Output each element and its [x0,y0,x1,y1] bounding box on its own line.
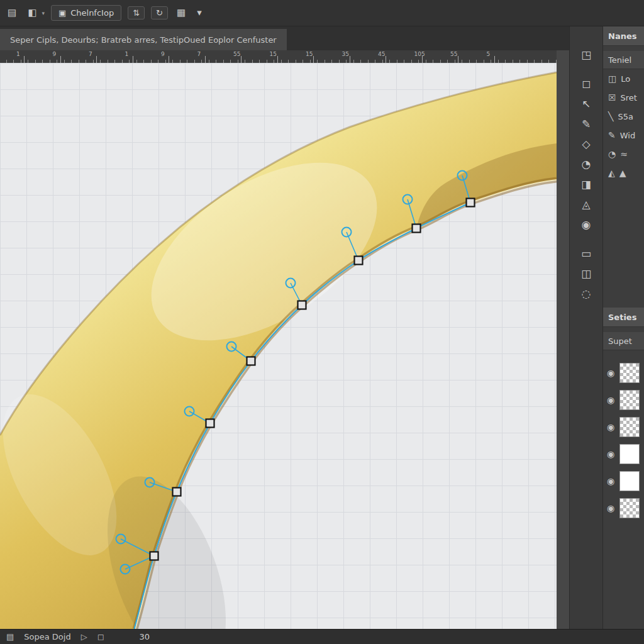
anchor-point[interactable] [467,199,475,207]
dock-crop-button[interactable]: ▭ [574,244,599,262]
layer-row[interactable]: ◉ [603,413,644,440]
stop-icon[interactable]: ◻ [97,633,104,641]
layer-thumbnail[interactable] [619,471,640,491]
ruler-major-tick [96,56,97,63]
panel-toggle-icon[interactable]: ◧ [25,6,39,19]
ruler-label: 15 [306,51,313,57]
menubar: ▤ ◧ ▾ ▣ ChelnfcIop ⇅ ↻ ▦ ▾ [0,0,644,26]
dock-lasso-button[interactable]: ↖ [574,94,599,113]
chevron-down-icon[interactable]: ▾ [42,10,45,16]
anchor-point[interactable] [355,257,363,265]
panel-item-sret[interactable]: ☒Sret [603,88,644,107]
anchor-point[interactable] [150,552,158,560]
document-icon: ▣ [58,8,66,18]
dock-move-button[interactable]: ◳ [574,45,599,64]
panel-item-s5a[interactable]: ╲S5a [603,107,644,126]
visibility-eye-icon[interactable]: ◉ [607,395,614,405]
dock-eraser-button[interactable]: ◉ [574,215,599,233]
statusbar: ▤ Sopea Dojd ▷ ◻ 30 [0,629,644,644]
panel-item-icons-4[interactable]: ◔≈ [603,145,644,164]
document-tab-title: Seper Cipls, Deourbs; Bratreb arres, Tes… [10,35,277,45]
document-mode-button[interactable]: ▣ ChelnfcIop [51,5,121,21]
panel-header-teniel[interactable]: Teniel [603,51,644,69]
ring-artwork [0,63,557,629]
ruler-label: 105 [414,51,425,57]
ruler-label: 7 [197,51,201,57]
play-icon[interactable]: ▷ [81,633,87,641]
layer-row[interactable]: ◉ [603,467,644,494]
dock-marquee-button[interactable]: ◻ [574,74,599,92]
document-tab[interactable]: Seper Cipls, Deourbs; Bratreb arres, Tes… [0,29,287,50]
layers-header-label: Seties [608,313,636,322]
panel-header-names[interactable]: Nanes [603,26,644,46]
ruler-label: 1 [125,51,129,57]
panel-item-label: Lo [621,74,630,84]
panel-item-icons-5[interactable]: ◭▲ [603,164,644,182]
visibility-eye-icon[interactable]: ◉ [607,476,614,486]
layer-row[interactable]: ◉ [603,386,644,413]
layers-list: ◉◉◉◉◉◉ [603,359,644,521]
layer-thumbnail[interactable] [619,390,640,410]
layer-row[interactable]: ◉ [603,494,644,521]
dock-pen-button[interactable]: ✎ [574,114,599,133]
swap-orientation-button[interactable]: ⇅ [128,6,145,19]
dock-brush-button[interactable]: ◨ [574,175,599,193]
grid-toggle-icon[interactable]: ▦ [174,6,188,19]
panel-item-icon: ☒ [608,92,616,103]
visibility-eye-icon[interactable]: ◉ [607,449,614,459]
anchor-point[interactable] [247,357,255,365]
panel-item-icon: ◭ [608,168,615,178]
visibility-eye-icon[interactable]: ◉ [607,503,614,513]
visibility-eye-icon[interactable]: ◉ [607,368,614,378]
ruler-label: 55 [450,51,457,57]
dock-stamp-button[interactable]: ◬ [574,195,599,213]
panel-item-label: S5a [618,112,633,121]
canvas-gutter [557,50,569,629]
anchor-point[interactable] [173,488,181,496]
ruler-major-tick [133,56,133,63]
layer-row[interactable]: ◉ [603,440,644,467]
dock-shape-button[interactable]: ◇ [574,135,599,153]
rotate-view-button[interactable]: ↻ [151,6,168,19]
visibility-eye-icon[interactable]: ◉ [607,422,614,432]
panel-item-icon: ╲ [608,111,613,121]
layers-panel-subheader[interactable]: Supet [603,332,644,350]
layer-thumbnail[interactable] [619,498,640,518]
dock-layers-button[interactable]: ◫ [574,264,599,282]
dock-eyedropper-icon: ◔ [582,158,591,170]
layer-row[interactable]: ◉ [603,359,644,386]
ruler-major-tick [458,56,458,63]
panel-header-label: Nanes [608,31,636,41]
anchor-point[interactable] [298,301,306,309]
ruler-major-tick [24,56,25,63]
ruler-major-tick [241,56,242,63]
ruler-label: 35 [342,51,349,57]
panel-items: ◫Lo☒Sret╲S5a✎Wid◔≈◭▲ [603,69,644,182]
dock-brush-icon: ◨ [581,178,591,191]
panel-item-label: Sret [621,93,637,103]
dock-pen-icon: ✎ [582,118,591,130]
ruler-major-tick [60,56,61,63]
canvas[interactable] [0,63,557,629]
panel-spacer [603,182,644,308]
status-label: Sopea Dojd [24,632,70,641]
dock-history-button[interactable]: ◌ [574,284,599,303]
layers-gap [603,350,644,359]
panel-item-lo[interactable]: ◫Lo [603,69,644,88]
layer-thumbnail[interactable] [619,363,640,383]
overflow-chevron-icon[interactable]: ▾ [194,6,204,19]
ruler-label: 1 [16,51,20,57]
panel-subheader-label: Teniel [608,55,631,65]
anchor-point[interactable] [413,225,421,233]
status-doc-icon: ▤ [6,633,14,641]
ruler-major-tick [386,56,386,63]
layers-panel-header[interactable]: Seties [603,308,644,327]
layer-thumbnail[interactable] [619,417,640,437]
anchor-point[interactable] [206,419,214,428]
window-icon[interactable]: ▤ [5,6,19,19]
panel-item-wid[interactable]: ✎Wid [603,126,644,145]
panel-item-icon: ◫ [608,74,616,84]
layer-thumbnail[interactable] [619,444,640,464]
dock-shape-icon: ◇ [582,138,590,150]
dock-eyedropper-button[interactable]: ◔ [574,155,599,173]
